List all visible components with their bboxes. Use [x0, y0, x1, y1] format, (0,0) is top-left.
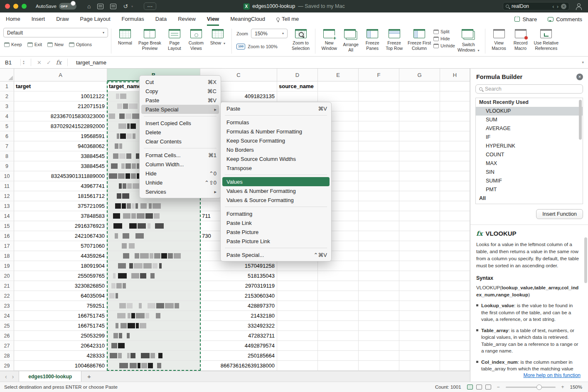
cell-H1[interactable] [440, 81, 470, 91]
share-button[interactable]: Share [514, 16, 537, 22]
page-layout-button[interactable]: PageLayout [164, 28, 185, 51]
cell-D1[interactable]: source_name [277, 81, 318, 91]
cell-F14[interactable] [359, 211, 399, 221]
freeze-panes-button[interactable]: FreezePanes [362, 28, 383, 52]
row-header-14[interactable]: 14 [0, 211, 14, 221]
name-box-stepper[interactable]: ▲ ▼ [20, 59, 26, 66]
cell-G25[interactable] [399, 321, 440, 331]
search-input-value[interactable]: realDon [512, 3, 550, 9]
cell-F1[interactable] [359, 81, 399, 91]
cell-D21[interactable] [277, 281, 318, 291]
search-clear-icon[interactable]: ✕ [561, 4, 566, 9]
cell-A5[interactable]: 837029241522892000 [14, 121, 107, 131]
cell-E21[interactable] [318, 281, 359, 291]
cell-F11[interactable] [359, 181, 399, 191]
cell-G8[interactable] [399, 151, 440, 161]
cell-E29[interactable] [318, 361, 359, 371]
row-header-1[interactable]: 1 [0, 81, 14, 91]
menu-item-clear-contents[interactable]: Clear Contents [140, 137, 221, 146]
cell-G29[interactable] [399, 361, 440, 371]
insert-function-button[interactable]: Insert Function [536, 209, 583, 219]
menu-item-copy[interactable]: Copy⌘C [140, 86, 221, 96]
row-header-23[interactable]: 23 [0, 301, 14, 311]
cell-F26[interactable] [359, 331, 399, 341]
cell-B16[interactable] [107, 231, 200, 241]
cell-F16[interactable] [359, 231, 399, 241]
freeze-top-row-button[interactable]: FreezeTop Row [383, 28, 405, 52]
cell-A15[interactable]: 2916376923 [14, 221, 107, 231]
new-window-button[interactable]: NewWindow [318, 28, 340, 52]
menu-item-keep-source-formatting[interactable]: Keep Source Formatting [221, 136, 331, 145]
cell-E26[interactable] [318, 331, 359, 341]
name-box[interactable]: B1 ▲ ▼ [0, 59, 27, 66]
function-item-abs[interactable]: ABS [476, 203, 583, 204]
column-header-A[interactable]: A [14, 69, 107, 81]
row-header-22[interactable]: 22 [0, 291, 14, 301]
formula-bar-content[interactable]: target_name [76, 59, 582, 66]
cell-E2[interactable] [318, 91, 359, 101]
cell-G13[interactable] [399, 201, 440, 211]
close-window-icon[interactable] [5, 4, 10, 9]
cell-G22[interactable] [399, 291, 440, 301]
cell-E28[interactable] [318, 351, 359, 361]
switch-windows-button[interactable]: SwitchWindows▾ [455, 28, 482, 52]
zoom-slider[interactable] [506, 387, 556, 388]
freeze-first-column-button[interactable]: Freeze FirstColumn [405, 28, 433, 52]
normal-button[interactable]: Normal [114, 28, 136, 51]
cell-A6[interactable]: 19568591 [14, 131, 107, 141]
cell-G5[interactable] [399, 121, 440, 131]
cell-H23[interactable] [440, 301, 470, 311]
sheet-view-dropdown[interactable]: Default ▾ [3, 28, 108, 37]
menu-item-paste-picture[interactable]: Paste Picture [221, 227, 331, 237]
cell-C20[interactable]: 518135043 [200, 271, 277, 281]
cell-F2[interactable] [359, 91, 399, 101]
cell-B26[interactable] [107, 331, 200, 341]
cell-F17[interactable] [359, 241, 399, 251]
page-break-view-icon[interactable] [485, 385, 491, 390]
menu-item-values[interactable]: Values [222, 177, 330, 186]
cell-H16[interactable] [440, 231, 470, 241]
cell-C21[interactable]: 2970319119 [200, 281, 277, 291]
cell-G3[interactable] [399, 101, 440, 111]
cell-F27[interactable] [359, 341, 399, 351]
cell-F28[interactable] [359, 351, 399, 361]
cell-A3[interactable]: 212071519 [14, 101, 107, 111]
add-sheet-button[interactable]: + [81, 371, 97, 382]
row-header-29[interactable]: 29 [0, 361, 14, 371]
row-header-12[interactable]: 12 [0, 191, 14, 201]
page-break-preview-button[interactable]: Page BreakPreview [136, 28, 164, 51]
insert-function-icon[interactable]: fx [56, 59, 62, 66]
cell-H3[interactable] [440, 101, 470, 111]
cell-H4[interactable] [440, 111, 470, 121]
tab-home[interactable]: Home [6, 12, 20, 26]
cell-F20[interactable] [359, 271, 399, 281]
cell-F10[interactable] [359, 171, 399, 181]
cell-D25[interactable] [277, 321, 318, 331]
cell-H29[interactable] [440, 361, 470, 371]
cell-B13[interactable] [107, 201, 200, 211]
hide-button[interactable]: Hide [433, 36, 455, 41]
print-icon[interactable] [110, 4, 116, 9]
cell-A11[interactable]: 43967741 [14, 181, 107, 191]
cell-G1[interactable] [399, 81, 440, 91]
function-item-max[interactable]: MAX [476, 159, 583, 168]
row-header-7[interactable]: 7 [0, 141, 14, 151]
function-item-sum[interactable]: SUM [476, 116, 583, 124]
cell-C29[interactable]: 866736162639138000 [200, 361, 277, 371]
cell-A29[interactable]: 1004686760 [14, 361, 107, 371]
cell-A19[interactable]: 18091904 [14, 261, 107, 271]
row-header-11[interactable]: 11 [0, 181, 14, 191]
show-button[interactable]: Show▾ [207, 28, 229, 46]
cell-C24[interactable]: 21432180 [200, 311, 277, 321]
cell-F4[interactable] [359, 111, 399, 121]
cell-A20[interactable]: 255059765 [14, 271, 107, 281]
cell-G24[interactable] [399, 311, 440, 321]
cell-B19[interactable] [107, 261, 200, 271]
cell-H11[interactable] [440, 181, 470, 191]
column-header-F[interactable]: F [359, 69, 399, 81]
zoom-percentage[interactable]: 150% [570, 385, 582, 390]
cell-F3[interactable] [359, 101, 399, 111]
cell-G16[interactable] [399, 231, 440, 241]
cell-G26[interactable] [399, 331, 440, 341]
cell-H27[interactable] [440, 341, 470, 351]
